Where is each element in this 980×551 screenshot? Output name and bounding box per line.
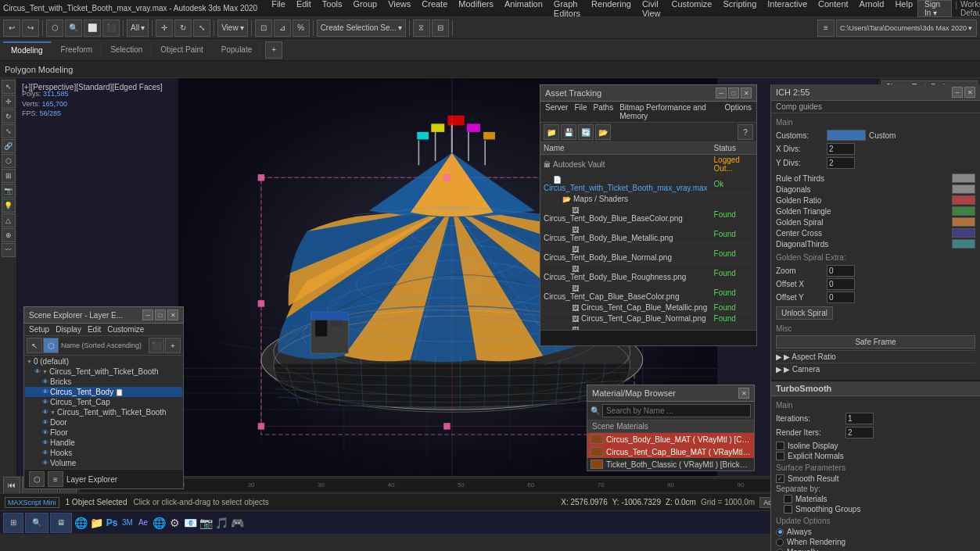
- menu-customize[interactable]: Customize: [667, 0, 717, 20]
- asset-help-btn[interactable]: ?: [738, 124, 753, 140]
- angle-snap-button[interactable]: ⊿: [274, 20, 291, 37]
- scene-bottom-btn-2[interactable]: ≡: [48, 471, 63, 487]
- asset-table-scroll[interactable]: Name Status 🏛Autodesk VaultLogged Out...…: [540, 142, 756, 330]
- start-button[interactable]: ⊞: [3, 513, 23, 533]
- material-item[interactable]: Circus_Body_Blue_MAT ( VRayMtl ) [Circus…: [587, 433, 754, 445]
- ts-render-input[interactable]: [845, 427, 874, 438]
- asset-maximize-btn[interactable]: □: [728, 88, 739, 98]
- golden-ratio-swatch[interactable]: [952, 195, 975, 205]
- sub-object-toggle[interactable]: +: [265, 41, 282, 59]
- visibility-eye-icon[interactable]: 👁: [42, 439, 48, 446]
- reference-dropdown[interactable]: View ▾: [217, 20, 248, 37]
- visibility-eye-icon[interactable]: 👁: [42, 409, 48, 416]
- tree-item[interactable]: 👁▼Circus_Tent_with_Ticket_Booth: [25, 407, 182, 417]
- scene-menu-customize[interactable]: Customize: [107, 325, 144, 334]
- asset-btn-1[interactable]: 📁: [544, 124, 559, 140]
- window-crossing-button[interactable]: ⬛: [102, 20, 120, 37]
- space-warp-tool[interactable]: 〰: [2, 243, 16, 257]
- scene-filter-btn[interactable]: ⬡: [43, 338, 59, 353]
- rotate-button[interactable]: ↻: [174, 20, 192, 37]
- tree-item[interactable]: 👁▼Circus_Tent_with_Ticket_Booth: [25, 367, 182, 377]
- undo-button[interactable]: ↩: [3, 20, 20, 37]
- tab-freeform[interactable]: Freeform: [53, 42, 102, 57]
- prev-frame-btn[interactable]: ⏮: [3, 477, 20, 494]
- shape-tool[interactable]: △: [2, 213, 16, 227]
- selection-set-dropdown[interactable]: Create Selection Se... ▾: [317, 20, 406, 37]
- tab-modeling[interactable]: Modeling: [3, 41, 52, 58]
- diagonals-swatch[interactable]: [952, 184, 975, 194]
- asset-menu-bitmap[interactable]: Bitmap Performance and Memory: [619, 103, 718, 120]
- menu-group[interactable]: Group: [349, 0, 382, 20]
- asset-table-row[interactable]: 🖼Circus_Tent_Cap_Blue_BaseColor.pngFound: [540, 283, 756, 302]
- asset-path-input[interactable]: [544, 334, 753, 342]
- safe-frame-btn[interactable]: Safe Frame: [776, 335, 975, 349]
- select-button[interactable]: ⬡: [46, 20, 63, 37]
- golden-triangle-swatch[interactable]: [952, 206, 975, 216]
- asset-btn-4[interactable]: 📂: [595, 124, 611, 140]
- asset-table-row[interactable]: 🖼Circus_Tent_Body_Blue_Metallic.pngFound: [540, 224, 756, 244]
- material-search-input[interactable]: [602, 404, 751, 417]
- menu-modifiers[interactable]: Modifiers: [454, 0, 498, 20]
- ts-explicit-checkbox[interactable]: [776, 452, 784, 460]
- menu-graph-editors[interactable]: Graph Editors: [549, 0, 585, 20]
- snap-button[interactable]: ⊡: [255, 20, 272, 37]
- asset-menu-server[interactable]: Server: [545, 103, 568, 120]
- scale-button[interactable]: ⤡: [193, 20, 210, 37]
- link-tool[interactable]: 🔗: [2, 139, 16, 153]
- menu-create[interactable]: Create: [417, 0, 452, 20]
- visibility-eye-icon[interactable]: 👁: [42, 429, 48, 436]
- asset-table-row[interactable]: 🖼Circus_Tent_Body_Blue_BaseColor.pngFoun…: [540, 205, 756, 224]
- scene-cols-btn[interactable]: ⬛: [149, 338, 164, 353]
- app-ps[interactable]: Ps: [105, 516, 119, 530]
- ts-whenrendering-radio[interactable]: [776, 538, 784, 546]
- scene-menu-edit[interactable]: Edit: [88, 325, 101, 334]
- menu-rendering[interactable]: Rendering: [587, 0, 636, 20]
- material-item[interactable]: Ticket_Both_Classic ( VRayMtl ) [Bricks,…: [587, 458, 754, 470]
- app-firefox[interactable]: 🌐: [74, 516, 88, 530]
- taskview-btn[interactable]: 🖥: [50, 513, 72, 533]
- rotate-tool[interactable]: ↻: [2, 109, 16, 123]
- tree-item[interactable]: 👁Circus_Tent_Cap: [25, 397, 182, 407]
- scene-select-btn[interactable]: ↖: [27, 338, 42, 353]
- menu-views[interactable]: Views: [383, 0, 415, 20]
- scene-minimize-btn[interactable]: ─: [142, 309, 153, 320]
- filter-dropdown[interactable]: All ▾: [127, 20, 149, 37]
- select-region-button[interactable]: ⬜: [84, 20, 101, 37]
- menu-interactive[interactable]: Interactive: [763, 0, 812, 20]
- golden-spiral-swatch[interactable]: [952, 217, 975, 227]
- asset-minimize-btn[interactable]: ─: [716, 88, 727, 98]
- aspect-ratio-section[interactable]: ▶ ▶ Aspect Ratio: [776, 350, 975, 363]
- app-chrome[interactable]: 🌐: [152, 516, 166, 530]
- sign-in-button[interactable]: Sign In ▾: [917, 0, 952, 17]
- material-browser-close-btn[interactable]: ✕: [738, 388, 749, 399]
- scene-close-btn[interactable]: ✕: [167, 309, 178, 320]
- visibility-eye-icon[interactable]: 👁: [42, 399, 48, 406]
- visibility-eye-icon[interactable]: 👁: [42, 419, 48, 426]
- asset-table-row[interactable]: 🏛Autodesk VaultLogged Out...: [540, 155, 756, 174]
- visibility-eye-icon[interactable]: 👁: [42, 378, 48, 385]
- layer-manager-button[interactable]: ≡: [817, 20, 835, 37]
- app-3dsmax[interactable]: 3M: [120, 516, 135, 530]
- menu-edit[interactable]: Edit: [292, 0, 316, 20]
- app-misc-1[interactable]: ⚙: [167, 516, 181, 530]
- timeline-track[interactable]: 0102030405060708090100: [80, 479, 849, 492]
- asset-table-row[interactable]: 🖼Circus_Tent_Cap_Blue_Roughness.pngFound: [540, 324, 756, 331]
- asset-menu-file[interactable]: File: [574, 103, 587, 120]
- ich-close-btn[interactable]: ✕: [964, 87, 975, 98]
- light-tool[interactable]: 💡: [2, 199, 16, 213]
- visibility-eye-icon[interactable]: 👁: [42, 449, 48, 456]
- custom-color-swatch[interactable]: [827, 130, 866, 141]
- bind-tool[interactable]: ⬡: [2, 154, 16, 168]
- tree-item[interactable]: 👁Floor: [25, 428, 182, 438]
- material-item[interactable]: Circus_Tent_Cap_Blue_MAT ( VRayMtl ) [Ci…: [587, 445, 754, 458]
- menu-content[interactable]: Content: [813, 0, 853, 20]
- scene-tree[interactable]: ▼0 (default)👁▼Circus_Tent_with_Ticket_Bo…: [24, 356, 183, 469]
- ich-minimize-btn[interactable]: ─: [952, 87, 963, 98]
- visibility-eye-icon[interactable]: 👁: [34, 368, 41, 375]
- asset-table-row[interactable]: 📄Circus_Tent_with_Ticket_Booth_max_vray.…: [540, 174, 756, 194]
- camera-section[interactable]: ▶ ▶ Camera: [776, 363, 975, 375]
- ich-ydivs-input[interactable]: [827, 157, 855, 169]
- move-button[interactable]: ✛: [156, 20, 173, 37]
- ts-isoline-checkbox[interactable]: [776, 442, 784, 450]
- asset-table-row[interactable]: 🖼Circus_Tent_Body_Blue_Normal.pngFound: [540, 244, 756, 263]
